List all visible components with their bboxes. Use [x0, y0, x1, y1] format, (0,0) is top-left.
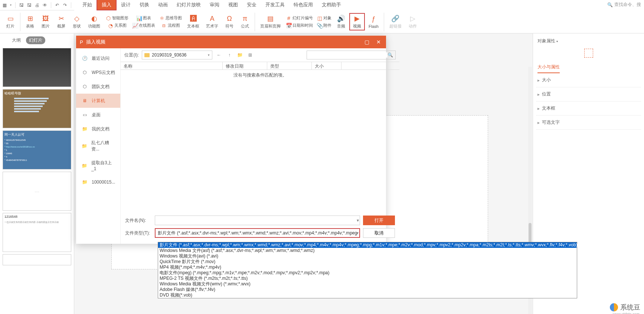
section-alttext[interactable]: ▸可选文字 — [536, 116, 641, 130]
ribbon-flash[interactable]: ƒFlash — [366, 14, 382, 29]
ribbon-screenshot[interactable]: ✂截屏 — [54, 14, 69, 30]
ribbon-picture[interactable]: 🖼图片 — [38, 14, 53, 30]
cancel-button[interactable]: 取消 — [363, 228, 395, 238]
qa-preview-icon[interactable]: 👁 — [42, 2, 47, 9]
ribbon-wordart[interactable]: A艺术字 — [203, 14, 221, 30]
search-icon[interactable]: 🔍 — [388, 52, 393, 58]
file-search[interactable]: 🔍 — [307, 51, 396, 59]
tab-insert[interactable]: 插入 — [97, 0, 117, 10]
size-attr-tab[interactable]: 大小与属性 — [537, 62, 560, 73]
qa-file-icon[interactable]: ▦ — [2, 2, 7, 9]
sidebar-team[interactable]: ⬡团队文档 — [76, 80, 120, 94]
command-search[interactable]: 🔍 查找命令、搜 — [607, 1, 641, 8]
section-size[interactable]: ▸大小 — [536, 73, 641, 87]
ribbon-symbol[interactable]: Ω符号 — [222, 14, 237, 30]
sidebar-computer[interactable]: 🖥计算机 — [76, 94, 120, 108]
filename-input[interactable]: ▾ — [155, 216, 360, 225]
outline-tab[interactable]: 大纲 — [9, 36, 24, 44]
close-button[interactable]: ✕ — [375, 39, 382, 45]
ribbon-attachment[interactable]: 📎附件 — [315, 22, 333, 29]
ribbon-video[interactable]: ▶视频 — [349, 13, 365, 30]
qa-save-icon[interactable]: 🖫 — [19, 2, 24, 9]
filetype-option[interactable]: MP4 视频(*.mp4;*.m4v;*.mp4v) — [158, 265, 577, 270]
up-icon[interactable]: ↑ — [226, 51, 233, 59]
ribbon-datetime[interactable]: 📅日期和时间 — [284, 22, 314, 29]
col-type[interactable]: 类型 — [267, 62, 312, 69]
qa-print-icon[interactable]: 🖨 — [35, 2, 39, 9]
back-icon[interactable]: ← — [215, 51, 223, 59]
ribbon-funcchart[interactable]: ◐功能图 — [85, 14, 103, 30]
maximize-button[interactable]: ▢ — [363, 39, 370, 45]
tab-slideshow[interactable]: 幻灯片放映 — [172, 0, 205, 10]
ribbon-headerfooter[interactable]: ▤页眉和页脚 — [257, 14, 284, 30]
slide-thumb-2[interactable]: 哈哈暗号咳 — [3, 89, 71, 128]
slide-thumb-4[interactable]: ...... — [3, 172, 71, 211]
ribbon-onlinechart[interactable]: 📈在线图表 — [131, 22, 157, 29]
col-size[interactable]: 大小 — [312, 62, 341, 69]
tab-animation[interactable]: 动画 — [154, 0, 172, 10]
chevron-down-icon[interactable]: ▾ — [10, 3, 12, 7]
filetype-option[interactable]: QuickTime 影片文件 (*.mov) — [158, 259, 577, 265]
viewmode-icon[interactable]: ⊞ — [246, 51, 254, 59]
filetype-option[interactable]: DVD 视频(*.vob) — [158, 292, 577, 298]
filetype-option[interactable]: MPEG-2 TS 视频文件 (*.m2ts;*.m2t;*.ts;*.tts) — [158, 276, 577, 281]
sidebar-recent[interactable]: 🕐最近访问 — [76, 51, 120, 65]
ribbon-textbox[interactable]: 🅰文本框 — [184, 14, 202, 30]
file-list[interactable]: 没有与搜索条件匹配的项。 — [121, 70, 399, 213]
col-name[interactable]: 名称 — [121, 62, 223, 69]
sidebar-numfolder[interactable]: 📁10000015... — [76, 175, 120, 189]
filetype-combo[interactable]: 影片文件 (*.asf;*.asx;*.dvr-ms;*.wpl;*.wm;*.… — [155, 228, 360, 238]
tab-design[interactable]: 设计 — [117, 0, 135, 10]
chevron-down-icon[interactable]: ▾ — [356, 230, 359, 236]
filetype-option[interactable]: Windows Media 文件(asf) (*.asf;*.asx;*.dvr… — [158, 248, 577, 253]
sidebar-extract[interactable]: 📁提取自3上_1 — [76, 156, 120, 175]
dialog-titlebar[interactable]: P 插入视频 ▢ ✕ — [76, 36, 386, 48]
slide-thumb-6[interactable] — [3, 254, 71, 265]
filetype-option[interactable]: 影片文件 (*.asf;*.asx;*.dvr-ms;*.wpl;*.wm;*.… — [158, 242, 577, 248]
qa-undo-icon[interactable]: ↶ — [55, 2, 60, 9]
slide-thumb-1[interactable] — [3, 48, 71, 87]
tab-devtools[interactable]: 开发工具 — [261, 0, 289, 10]
tab-view[interactable]: 视图 — [224, 0, 242, 10]
section-position[interactable]: ▸位置 — [536, 87, 641, 101]
sidebar-desktop[interactable]: ▭桌面 — [76, 108, 120, 122]
ribbon-audio[interactable]: 🔊音频 — [334, 14, 349, 30]
sidebar-misc[interactable]: 📁乱七八糟资... — [76, 136, 120, 156]
slide-thumb-3[interactable]: 同一天人认可 * 4654125784312545* 55* http://ww… — [3, 130, 71, 169]
filetype-option[interactable]: 电影文件(mpeg) (*.mpeg;*.mpg;*.m1v;*.mpe;*.m… — [158, 270, 577, 276]
tab-review[interactable]: 审阅 — [205, 0, 224, 10]
open-button[interactable]: 打开 — [363, 216, 395, 225]
ribbon-slidenum[interactable]: #幻灯片编号 — [284, 15, 314, 22]
tab-dochelper[interactable]: 文档助手 — [317, 0, 346, 10]
qa-saveas-icon[interactable]: 🖫 — [27, 2, 32, 9]
sidebar-mydocs[interactable]: 📁我的文档 — [76, 122, 120, 136]
ribbon-smartart[interactable]: ⬡智能图形 — [104, 15, 130, 22]
ribbon-object[interactable]: ◫对象 — [315, 15, 333, 22]
ribbon-shape[interactable]: ◇形状 — [69, 14, 84, 30]
tab-special[interactable]: 特色应用 — [289, 0, 317, 10]
ribbon-table[interactable]: ⊞表格 — [23, 14, 37, 30]
sidebar-wpscloud[interactable]: ⬡WPS云文档 — [76, 65, 120, 80]
slides-tab[interactable]: 幻灯片 — [26, 36, 45, 44]
ribbon-relation[interactable]: ◔关系图 — [104, 22, 130, 29]
newfolder-icon[interactable]: 📁 — [236, 51, 243, 59]
filetype-dropdown[interactable]: 影片文件 (*.asf;*.asx;*.dvr-ms;*.wpl;*.wm;*.… — [158, 242, 577, 298]
tab-start[interactable]: 开始 — [78, 0, 97, 10]
qa-redo-icon[interactable]: ↷ — [63, 2, 68, 9]
tab-security[interactable]: 安全 — [242, 0, 261, 10]
ribbon-flowchart[interactable]: ⧈流程图 — [157, 22, 183, 29]
tab-transition[interactable]: 切换 — [135, 0, 154, 10]
ribbon-newslide[interactable]: ▭灯片 — [3, 14, 18, 30]
size-attr-icon[interactable] — [584, 49, 593, 58]
section-textbox[interactable]: ▸文本框 — [536, 101, 641, 116]
ribbon-formula[interactable]: π公式 — [238, 14, 252, 30]
filetype-option[interactable]: Windows Media 视频文件(wmv) (*.wmv;*.wvx) — [158, 281, 577, 287]
col-date[interactable]: 修改日期 — [223, 62, 267, 69]
ribbon-mindmap[interactable]: ⚛思维导图 — [157, 15, 183, 22]
slide-thumb-5[interactable]: 1216548 一些示例文本内容示例文本内容 示例内容提示文本示例 — [3, 213, 71, 252]
location-combo[interactable]: 20190319_93636 ▾ — [142, 51, 212, 59]
chevron-down-icon[interactable]: ▾ — [357, 218, 359, 223]
search-input[interactable] — [309, 52, 388, 58]
filetype-option[interactable]: Adobe Flash 媒体(*.flv;*.f4v) — [158, 287, 577, 292]
ribbon-chart[interactable]: 📊图表 — [131, 15, 157, 22]
